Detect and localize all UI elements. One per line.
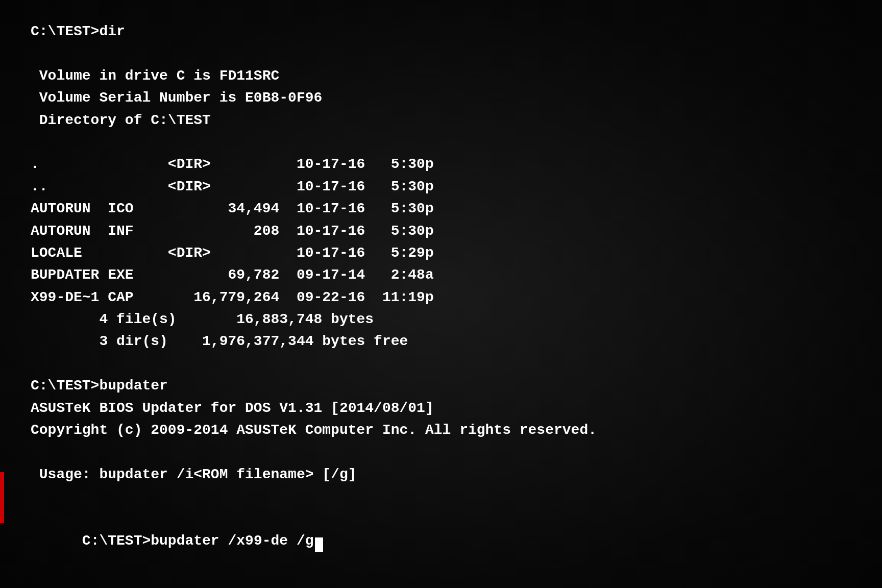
command-final-line: C:\TEST>bupdater /x99-de /g xyxy=(31,508,851,574)
dir-row-autorun-inf: AUTORUN INF 208 10-17-16 5:30p xyxy=(31,220,851,242)
volume-drive-line: Volume in drive C is FD11SRC xyxy=(31,65,851,87)
cursor-block xyxy=(315,537,323,552)
dir-row-autorun-ico: AUTORUN ICO 34,494 10-17-16 5:30p xyxy=(31,198,851,219)
screen: C:\TEST>dir Volume in drive C is FD11SRC… xyxy=(0,0,882,588)
red-bar xyxy=(0,472,4,523)
files-summary: 4 file(s) 16,883,748 bytes xyxy=(31,308,851,330)
dir-row-locale: LOCALE <DIR> 10-17-16 5:29p xyxy=(31,242,851,264)
command-bupdater-line: C:\TEST>bupdater xyxy=(31,375,851,397)
volume-serial-line: Volume Serial Number is E0B8-0F96 xyxy=(31,87,851,109)
asus-title-line: ASUSTeK BIOS Updater for DOS V1.31 [2014… xyxy=(31,397,851,419)
command-dir-line: C:\TEST>dir xyxy=(31,20,851,42)
dir-row-bupdater: BUPDATER EXE 69,782 09-17-14 2:48a xyxy=(31,264,851,286)
dirs-summary: 3 dir(s) 1,976,377,344 bytes free xyxy=(31,330,851,352)
directory-of-line: Directory of C:\TEST xyxy=(31,109,851,131)
dir-row-dotdot: .. <DIR> 10-17-16 5:30p xyxy=(31,176,851,198)
usage-line: Usage: bupdater /i<ROM filename> [/g] xyxy=(31,463,851,485)
dir-row-x99: X99-DE~1 CAP 16,779,264 09-22-16 11:19p xyxy=(31,286,851,308)
terminal-output: C:\TEST>dir Volume in drive C is FD11SRC… xyxy=(0,0,882,588)
dir-row-dot: . <DIR> 10-17-16 5:30p xyxy=(31,153,851,175)
command-final-text: C:\TEST>bupdater /x99-de /g xyxy=(82,533,314,549)
asus-copyright-line: Copyright (c) 2009-2014 ASUSTeK Computer… xyxy=(31,419,851,441)
